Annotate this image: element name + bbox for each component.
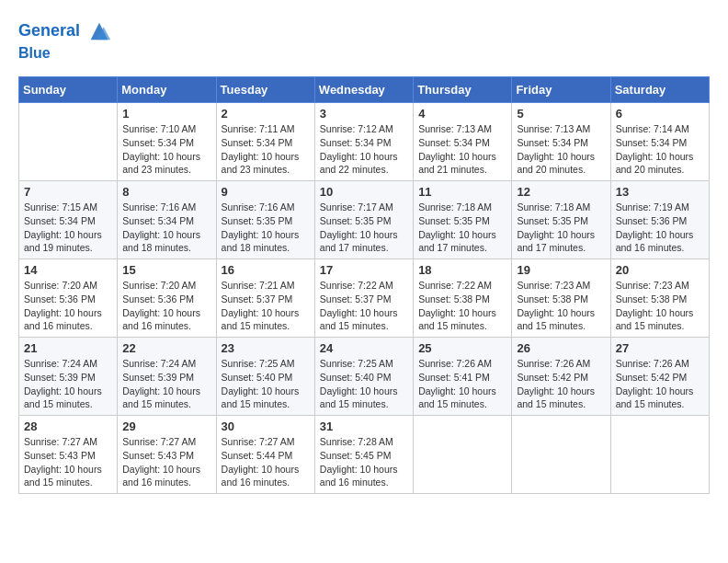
calendar-week-5: 28Sunrise: 7:27 AMSunset: 5:43 PMDayligh… xyxy=(19,416,710,494)
day-detail: Sunrise: 7:27 AMSunset: 5:44 PMDaylight:… xyxy=(222,435,310,489)
day-detail: Sunrise: 7:23 AMSunset: 5:38 PMDaylight:… xyxy=(616,279,704,333)
day-number: 9 xyxy=(222,185,310,199)
calendar-cell: 10Sunrise: 7:17 AMSunset: 5:35 PMDayligh… xyxy=(314,181,413,259)
day-of-week-monday: Monday xyxy=(118,77,216,103)
day-detail: Sunrise: 7:25 AMSunset: 5:40 PMDaylight:… xyxy=(320,357,408,411)
day-number: 28 xyxy=(24,419,112,433)
day-number: 11 xyxy=(418,185,506,199)
calendar-cell: 11Sunrise: 7:18 AMSunset: 5:35 PMDayligh… xyxy=(414,181,512,259)
day-number: 25 xyxy=(418,341,506,355)
days-of-week-header: SundayMondayTuesdayWednesdayThursdayFrid… xyxy=(19,77,710,103)
calendar-cell: 9Sunrise: 7:16 AMSunset: 5:35 PMDaylight… xyxy=(216,181,314,259)
day-of-week-friday: Friday xyxy=(512,77,610,103)
day-number: 13 xyxy=(616,185,704,199)
calendar-cell: 27Sunrise: 7:26 AMSunset: 5:42 PMDayligh… xyxy=(610,338,709,416)
day-number: 6 xyxy=(616,107,704,121)
day-detail: Sunrise: 7:16 AMSunset: 5:34 PMDaylight:… xyxy=(122,201,210,255)
day-detail: Sunrise: 7:28 AMSunset: 5:45 PMDaylight:… xyxy=(320,435,408,489)
day-detail: Sunrise: 7:21 AMSunset: 5:37 PMDaylight:… xyxy=(222,279,310,333)
calendar-cell: 16Sunrise: 7:21 AMSunset: 5:37 PMDayligh… xyxy=(216,259,314,338)
logo: General Blue xyxy=(18,18,112,62)
calendar-cell: 29Sunrise: 7:27 AMSunset: 5:43 PMDayligh… xyxy=(118,416,216,494)
day-number: 2 xyxy=(222,107,310,121)
day-number: 1 xyxy=(122,107,210,121)
calendar-cell: 31Sunrise: 7:28 AMSunset: 5:45 PMDayligh… xyxy=(314,416,413,494)
day-detail: Sunrise: 7:12 AMSunset: 5:34 PMDaylight:… xyxy=(320,122,408,177)
day-number: 24 xyxy=(320,341,408,355)
day-number: 26 xyxy=(517,341,605,355)
calendar-cell: 3Sunrise: 7:12 AMSunset: 5:34 PMDaylight… xyxy=(314,103,413,181)
day-detail: Sunrise: 7:10 AMSunset: 5:34 PMDaylight:… xyxy=(122,122,210,177)
day-number: 8 xyxy=(122,185,210,199)
calendar-cell: 26Sunrise: 7:26 AMSunset: 5:42 PMDayligh… xyxy=(512,338,610,416)
day-number: 7 xyxy=(24,185,112,199)
calendar-cell: 14Sunrise: 7:20 AMSunset: 5:36 PMDayligh… xyxy=(19,259,118,338)
day-detail: Sunrise: 7:14 AMSunset: 5:34 PMDaylight:… xyxy=(616,122,704,177)
day-detail: Sunrise: 7:27 AMSunset: 5:43 PMDaylight:… xyxy=(122,435,210,489)
calendar-cell: 12Sunrise: 7:18 AMSunset: 5:35 PMDayligh… xyxy=(512,181,610,259)
day-detail: Sunrise: 7:18 AMSunset: 5:35 PMDaylight:… xyxy=(418,201,506,255)
day-detail: Sunrise: 7:24 AMSunset: 5:39 PMDaylight:… xyxy=(24,357,112,411)
day-detail: Sunrise: 7:11 AMSunset: 5:34 PMDaylight:… xyxy=(222,122,310,177)
day-detail: Sunrise: 7:18 AMSunset: 5:35 PMDaylight:… xyxy=(517,201,605,255)
day-number: 14 xyxy=(24,263,112,277)
day-number: 18 xyxy=(418,263,506,277)
calendar-cell: 18Sunrise: 7:22 AMSunset: 5:38 PMDayligh… xyxy=(414,259,512,338)
day-number: 20 xyxy=(616,263,704,277)
day-number: 21 xyxy=(24,341,112,355)
day-number: 5 xyxy=(517,107,605,121)
calendar-cell xyxy=(512,416,610,494)
day-number: 15 xyxy=(122,263,210,277)
day-detail: Sunrise: 7:26 AMSunset: 5:42 PMDaylight:… xyxy=(517,357,605,411)
calendar-cell: 28Sunrise: 7:27 AMSunset: 5:43 PMDayligh… xyxy=(19,416,118,494)
day-detail: Sunrise: 7:25 AMSunset: 5:40 PMDaylight:… xyxy=(222,357,310,411)
day-detail: Sunrise: 7:13 AMSunset: 5:34 PMDaylight:… xyxy=(517,122,605,177)
day-detail: Sunrise: 7:20 AMSunset: 5:36 PMDaylight:… xyxy=(24,279,112,333)
calendar-cell: 19Sunrise: 7:23 AMSunset: 5:38 PMDayligh… xyxy=(512,259,610,338)
day-of-week-sunday: Sunday xyxy=(19,77,118,103)
logo-subtext: Blue xyxy=(18,44,112,62)
day-detail: Sunrise: 7:24 AMSunset: 5:39 PMDaylight:… xyxy=(122,357,210,411)
day-detail: Sunrise: 7:13 AMSunset: 5:34 PMDaylight:… xyxy=(418,122,506,177)
calendar-week-1: 1Sunrise: 7:10 AMSunset: 5:34 PMDaylight… xyxy=(19,103,710,181)
day-number: 22 xyxy=(122,341,210,355)
logo-text: General xyxy=(18,18,112,44)
day-detail: Sunrise: 7:19 AMSunset: 5:36 PMDaylight:… xyxy=(616,201,704,255)
calendar-week-3: 14Sunrise: 7:20 AMSunset: 5:36 PMDayligh… xyxy=(19,259,710,338)
day-number: 30 xyxy=(222,419,310,433)
day-of-week-wednesday: Wednesday xyxy=(314,77,413,103)
calendar-cell: 2Sunrise: 7:11 AMSunset: 5:34 PMDaylight… xyxy=(216,103,314,181)
day-number: 4 xyxy=(418,107,506,121)
day-number: 10 xyxy=(320,185,408,199)
day-detail: Sunrise: 7:17 AMSunset: 5:35 PMDaylight:… xyxy=(320,201,408,255)
calendar-cell xyxy=(414,416,512,494)
day-number: 16 xyxy=(222,263,310,277)
page-header: General Blue xyxy=(18,18,710,62)
calendar-cell: 25Sunrise: 7:26 AMSunset: 5:41 PMDayligh… xyxy=(414,338,512,416)
calendar-cell xyxy=(19,103,118,181)
calendar-cell: 4Sunrise: 7:13 AMSunset: 5:34 PMDaylight… xyxy=(414,103,512,181)
calendar-cell: 21Sunrise: 7:24 AMSunset: 5:39 PMDayligh… xyxy=(19,338,118,416)
calendar-cell: 8Sunrise: 7:16 AMSunset: 5:34 PMDaylight… xyxy=(118,181,216,259)
day-detail: Sunrise: 7:26 AMSunset: 5:42 PMDaylight:… xyxy=(616,357,704,411)
day-detail: Sunrise: 7:22 AMSunset: 5:37 PMDaylight:… xyxy=(320,279,408,333)
calendar-cell: 24Sunrise: 7:25 AMSunset: 5:40 PMDayligh… xyxy=(314,338,413,416)
day-number: 31 xyxy=(320,419,408,433)
day-detail: Sunrise: 7:16 AMSunset: 5:35 PMDaylight:… xyxy=(222,201,310,255)
day-of-week-saturday: Saturday xyxy=(610,77,709,103)
day-number: 23 xyxy=(222,341,310,355)
day-detail: Sunrise: 7:26 AMSunset: 5:41 PMDaylight:… xyxy=(418,357,506,411)
calendar-cell: 20Sunrise: 7:23 AMSunset: 5:38 PMDayligh… xyxy=(610,259,709,338)
day-number: 29 xyxy=(122,419,210,433)
day-detail: Sunrise: 7:22 AMSunset: 5:38 PMDaylight:… xyxy=(418,279,506,333)
calendar-week-4: 21Sunrise: 7:24 AMSunset: 5:39 PMDayligh… xyxy=(19,338,710,416)
day-number: 19 xyxy=(517,263,605,277)
calendar-cell: 23Sunrise: 7:25 AMSunset: 5:40 PMDayligh… xyxy=(216,338,314,416)
calendar-cell: 30Sunrise: 7:27 AMSunset: 5:44 PMDayligh… xyxy=(216,416,314,494)
calendar-cell: 22Sunrise: 7:24 AMSunset: 5:39 PMDayligh… xyxy=(118,338,216,416)
day-of-week-thursday: Thursday xyxy=(414,77,512,103)
day-detail: Sunrise: 7:23 AMSunset: 5:38 PMDaylight:… xyxy=(517,279,605,333)
calendar-cell: 5Sunrise: 7:13 AMSunset: 5:34 PMDaylight… xyxy=(512,103,610,181)
calendar-body: 1Sunrise: 7:10 AMSunset: 5:34 PMDaylight… xyxy=(19,103,710,494)
calendar-cell: 15Sunrise: 7:20 AMSunset: 5:36 PMDayligh… xyxy=(118,259,216,338)
